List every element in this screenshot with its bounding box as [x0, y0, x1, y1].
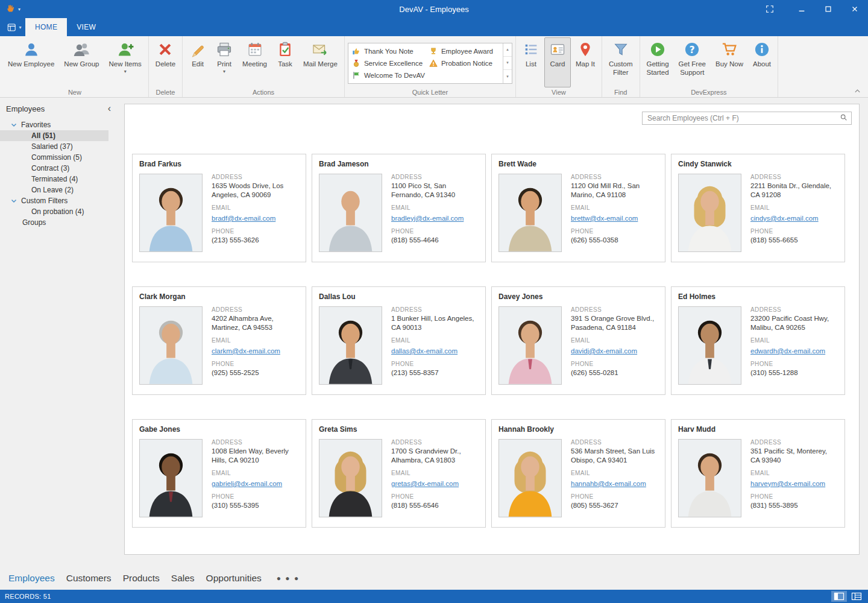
sidebar-item-all-51[interactable]: All (51): [0, 130, 108, 141]
bottom-tab-products[interactable]: Products: [123, 573, 160, 584]
buy-now-button[interactable]: Buy Now: [711, 37, 748, 87]
grid-view-toggle-icon[interactable]: [849, 591, 864, 602]
ribbon-group-new: New EmployeeNew GroupNew Items▾New: [1, 36, 149, 97]
about-button[interactable]: About: [748, 37, 776, 87]
sidebar-item-favorites[interactable]: Favorites: [0, 119, 108, 130]
email-link[interactable]: cindys@dx-email.com: [750, 215, 819, 222]
bottom-tab-employees[interactable]: Employees: [8, 573, 55, 584]
card-button[interactable]: Card: [544, 37, 571, 87]
email-link[interactable]: gretas@dx-email.com: [391, 480, 459, 487]
sidebar-collapse-icon[interactable]: ‹: [108, 104, 111, 113]
employee-card-greta-sims[interactable]: Greta SimsADDRESS1700 S Grandview Dr., A…: [312, 419, 486, 528]
ribbon-collapse-button[interactable]: [852, 87, 862, 95]
email-link[interactable]: clarkm@dx-email.com: [212, 347, 280, 355]
employee-card-brett-wade[interactable]: Brett WadeADDRESS1120 Old Mill Rd., San …: [491, 154, 665, 262]
gallery-scroll-up-icon[interactable]: ▲: [503, 43, 512, 57]
search-icon[interactable]: [840, 113, 848, 124]
employee-card-hannah-brookly[interactable]: Hannah BrooklyADDRESS536 Marsh Street, S…: [491, 419, 665, 528]
sidebar-item-terminated-4[interactable]: Terminated (4): [0, 174, 108, 185]
employee-name: Harv Mudd: [678, 425, 838, 434]
app-menu-button[interactable]: ▾: [4, 18, 25, 36]
gallery-more-icon[interactable]: ▼: [503, 70, 512, 83]
employee-card-harv-mudd[interactable]: Harv MuddADDRESS351 Pacific St, Monterey…: [671, 419, 845, 528]
gallery-scroll-down-icon[interactable]: ▼: [503, 57, 512, 70]
email-link[interactable]: harveym@dx-email.com: [750, 480, 825, 487]
map-it-button[interactable]: Map It: [571, 37, 600, 87]
minimize-button[interactable]: [788, 0, 815, 18]
sidebar-item-salaried-37[interactable]: Salaried (37): [0, 141, 108, 152]
quick-letter-thank-you-note[interactable]: Thank You Note: [348, 45, 426, 57]
getting-started-button[interactable]: Getting Started: [642, 37, 674, 87]
delete-button[interactable]: Delete: [151, 37, 180, 87]
gallery-scrollbar[interactable]: ▲▼▼: [503, 43, 512, 83]
sidebar-title: Employees: [6, 104, 45, 113]
sidebar-item-on-probation-4[interactable]: On probation (4): [0, 206, 108, 217]
app-logo[interactable]: ▾: [6, 3, 20, 15]
custom-filter-button[interactable]: Custom Filter: [604, 37, 638, 87]
quick-letter-employee-award[interactable]: Employee Award: [426, 45, 503, 57]
list-icon: [523, 41, 539, 58]
sidebar-item-on-leave-2[interactable]: On Leave (2): [0, 185, 108, 195]
search-input[interactable]: [647, 114, 840, 122]
bottom-tab-opportunities[interactable]: Opportunities: [206, 573, 262, 584]
employee-card-dallas-lou[interactable]: Dallas LouADDRESS1 Bunker Hill, Los Ange…: [312, 286, 486, 395]
mail-merge-button[interactable]: Mail Merge: [298, 37, 342, 87]
edit-button[interactable]: Edit: [184, 37, 211, 87]
employee-photo: [498, 439, 562, 517]
employee-name: Cindy Stanwick: [678, 160, 838, 168]
task-button[interactable]: Task: [272, 37, 298, 87]
tab-view[interactable]: VIEW: [67, 18, 105, 36]
chevron-down-icon[interactable]: [11, 199, 18, 203]
new-employee-button[interactable]: New Employee: [3, 37, 59, 87]
chevron-down-icon[interactable]: [11, 123, 18, 127]
quick-letter-service-excellence[interactable]: Service Excellence: [348, 57, 426, 69]
print-button[interactable]: Print▾: [211, 37, 237, 87]
meeting-button[interactable]: Meeting: [237, 37, 272, 87]
get-free-support-button[interactable]: ?Get Free Support: [674, 37, 711, 87]
email-link[interactable]: davidj@dx-email.com: [571, 347, 637, 355]
employee-card-brad-farkus[interactable]: Brad FarkusADDRESS1635 Woods Drive, Los …: [132, 154, 306, 262]
employee-card-brad-jameson[interactable]: Brad JamesonADDRESS1100 Pico St, San Fer…: [312, 154, 486, 262]
employee-card-gabe-jones[interactable]: Gabe JonesADDRESS1008 Elden Way, Beverly…: [132, 419, 306, 528]
employee-name: Davey Jones: [498, 292, 658, 301]
email-link[interactable]: gabrielj@dx-email.com: [212, 480, 282, 487]
email-link[interactable]: dallas@dx-email.com: [391, 347, 458, 355]
quick-letter-welcome-to-devav[interactable]: Welcome To DevAV: [348, 69, 426, 81]
email-link[interactable]: bradleyj@dx-email.com: [391, 215, 464, 222]
email-link[interactable]: edwardh@dx-email.com: [750, 347, 825, 355]
sidebar-item-groups[interactable]: Groups: [0, 217, 108, 228]
maximize-button[interactable]: [815, 0, 841, 18]
new-items-button[interactable]: New Items▾: [104, 37, 146, 87]
ribbon-group-actions: EditPrint▾MeetingTaskMail MergeActions: [183, 36, 345, 97]
close-button[interactable]: [841, 0, 868, 18]
employee-card-davey-jones[interactable]: Davey JonesADDRESS391 S Orange Grove Blv…: [491, 286, 665, 395]
list-button[interactable]: List: [518, 37, 544, 87]
ribbon-group-view: ListCardMap ItView: [516, 36, 602, 97]
bottom-tab-sales[interactable]: Sales: [171, 573, 195, 584]
employee-card-ed-holmes[interactable]: Ed HolmesADDRESS23200 Pacific Coast Hwy,…: [671, 286, 845, 395]
sidebar-item-commission-5[interactable]: Commission (5): [0, 152, 108, 163]
address-label: ADDRESS: [391, 306, 479, 313]
sidebar-item-custom-filters[interactable]: Custom Filters: [0, 195, 108, 206]
mailmerge-icon: [312, 41, 329, 58]
employee-photo: [498, 174, 562, 252]
ribbon-group-delete: DeleteDelete: [149, 36, 183, 97]
phone-value: (310) 555-1288: [750, 368, 838, 377]
phone-label: PHONE: [391, 228, 479, 235]
tab-overflow-button[interactable]: ● ● ●: [277, 574, 300, 582]
meeting-icon: [247, 41, 263, 58]
quick-letter-probation-notice[interactable]: Probation Notice: [426, 57, 503, 69]
employee-card-clark-morgan[interactable]: Clark MorganADDRESS4202 Alhambra Ave, Ma…: [132, 286, 306, 395]
bottom-tab-customers[interactable]: Customers: [66, 573, 112, 584]
tab-home[interactable]: HOME: [25, 18, 67, 36]
panel-view-toggle-icon[interactable]: [831, 591, 847, 602]
email-link[interactable]: hannahb@dx-email.com: [571, 480, 646, 487]
address-value: 1008 Elden Way, Beverly Hills, CA 90210: [212, 447, 299, 465]
email-link[interactable]: bradf@dx-email.com: [212, 215, 275, 222]
new-group-button[interactable]: New Group: [59, 37, 104, 87]
sidebar-item-contract-3[interactable]: Contract (3): [0, 163, 108, 174]
email-link[interactable]: brettw@dx-email.com: [571, 215, 638, 222]
fit-window-button[interactable]: [761, 0, 779, 18]
employee-name: Dallas Lou: [319, 292, 479, 301]
employee-card-cindy-stanwick[interactable]: Cindy StanwickADDRESS2211 Bonita Dr., Gl…: [671, 154, 845, 262]
